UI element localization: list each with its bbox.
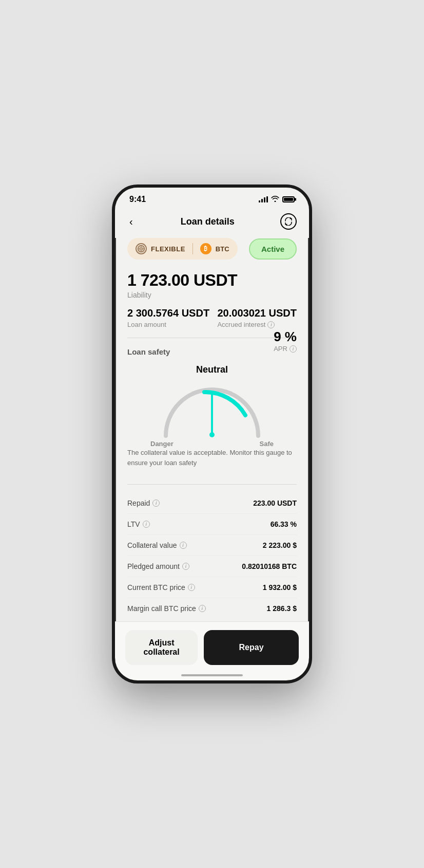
pill-row: FLEXIBLE ₿ BTC Active (127, 238, 297, 260)
wifi-icon (271, 196, 279, 204)
btc-icon: ₿ (200, 243, 211, 254)
signal-icon (259, 196, 268, 202)
table-row: LTV i 66.33 % (127, 514, 297, 535)
accrued-interest-label: Accrued interest i (217, 321, 297, 328)
liability-amount: 1 723.00 USDT (127, 271, 297, 290)
accrued-interest-block: 20.003021 USDT Accrued interest i (217, 307, 297, 328)
liability-label: Liability (127, 291, 297, 299)
status-icons (259, 196, 295, 204)
phone-frame: 9:41 ‹ Loan details (112, 184, 312, 684)
apr-value: 9 % (274, 329, 297, 345)
content-area: FLEXIBLE ₿ BTC Active 1 723.00 USDT Liab… (115, 238, 309, 680)
table-row: Pledged amount i 0.82010168 BTC (127, 556, 297, 577)
collateral-value-value: 2 223.00 $ (263, 541, 297, 549)
loan-amount-value: 2 300.5764 USDT (127, 307, 209, 319)
table-row: Collateral value i 2 223.00 $ (127, 535, 297, 556)
repaid-value: 223.00 USDT (253, 499, 297, 507)
ltv-key: LTV i (127, 520, 150, 528)
btc-price-info-icon[interactable]: i (188, 584, 195, 591)
danger-label: Danger (150, 440, 174, 448)
table-row: Repaid i 223.00 USDT (127, 493, 297, 514)
pledged-amount-value: 0.82010168 BTC (242, 562, 297, 570)
collateral-value-info-icon[interactable]: i (180, 542, 187, 549)
loan-amount-label: Loan amount (127, 321, 209, 328)
liability-block: 1 723.00 USDT Liability (127, 271, 297, 299)
btc-part: ₿ BTC (193, 243, 229, 254)
margin-call-info-icon[interactable]: i (199, 605, 206, 612)
ltv-info-icon[interactable]: i (143, 521, 150, 528)
pledged-amount-key: Pledged amount i (127, 562, 189, 570)
refresh-button[interactable] (280, 213, 297, 230)
status-bar: 9:41 (115, 188, 309, 208)
apr-inline-block: 9 % APR i (274, 329, 297, 353)
pledged-amount-info-icon[interactable]: i (182, 563, 189, 570)
battery-icon (282, 196, 295, 202)
bottom-action-bar: Adjust collateral Repay (115, 621, 309, 680)
home-indicator (181, 674, 243, 676)
svg-point-0 (138, 246, 145, 252)
gauge-side-labels: Danger Safe (150, 440, 274, 448)
flex-label: FLEXIBLE (151, 245, 185, 253)
flex-icon (136, 243, 147, 254)
table-row: Current BTC price i 1 932.00 $ (127, 577, 297, 598)
loan-safety-title: Loan safety (127, 347, 297, 356)
gauge-svg (156, 379, 268, 441)
flex-part: FLEXIBLE (136, 243, 193, 254)
gauge-container (156, 379, 268, 441)
svg-point-5 (209, 432, 215, 437)
adjust-collateral-button[interactable]: Adjust collateral (125, 630, 198, 665)
loan-safety-section: Loan safety Neutral Danger (127, 347, 297, 619)
safe-label: Safe (260, 440, 274, 448)
repaid-info-icon[interactable]: i (152, 500, 160, 507)
status-time: 9:41 (129, 195, 146, 204)
btc-price-value: 1 932.00 $ (263, 583, 297, 592)
ltv-value: 66.33 % (271, 520, 297, 528)
gauge-section: Neutral Danger Safe (127, 364, 297, 476)
refresh-icon (284, 217, 293, 226)
apr-info-icon[interactable]: i (290, 345, 297, 353)
repay-button[interactable]: Repay (204, 630, 299, 665)
repaid-key: Repaid i (127, 499, 160, 507)
btc-price-key: Current BTC price i (127, 583, 195, 592)
gauge-description: The collateral value is acceptable. Moni… (127, 448, 297, 468)
back-button[interactable]: ‹ (127, 214, 135, 230)
btc-label: BTC (216, 245, 229, 253)
loan-amount-block: 2 300.5764 USDT Loan amount (127, 307, 209, 328)
secondary-stats: 2 300.5764 USDT Loan amount 20.003021 US… (127, 307, 297, 338)
stats-grid: 1 723.00 USDT Liability 2 300.5764 USDT … (127, 271, 297, 338)
svg-point-1 (140, 247, 143, 250)
page-title: Loan details (181, 216, 235, 227)
header: ‹ Loan details (115, 208, 309, 238)
margin-call-value: 1 286.3 $ (267, 604, 297, 613)
divider (127, 484, 297, 485)
gauge-status-label: Neutral (196, 364, 228, 375)
collateral-value-key: Collateral value i (127, 541, 187, 549)
status-badge: Active (249, 238, 297, 260)
detail-rows: Repaid i 223.00 USDT LTV i 66.33 % Colla… (127, 493, 297, 619)
apr-label: APR i (274, 345, 297, 353)
table-row: Margin call BTC price i 1 286.3 $ (127, 598, 297, 619)
loan-type-pill: FLEXIBLE ₿ BTC (127, 238, 238, 260)
accrued-interest-info-icon[interactable]: i (267, 321, 275, 328)
margin-call-key: Margin call BTC price i (127, 604, 206, 613)
accrued-interest-value: 20.003021 USDT (217, 307, 297, 319)
